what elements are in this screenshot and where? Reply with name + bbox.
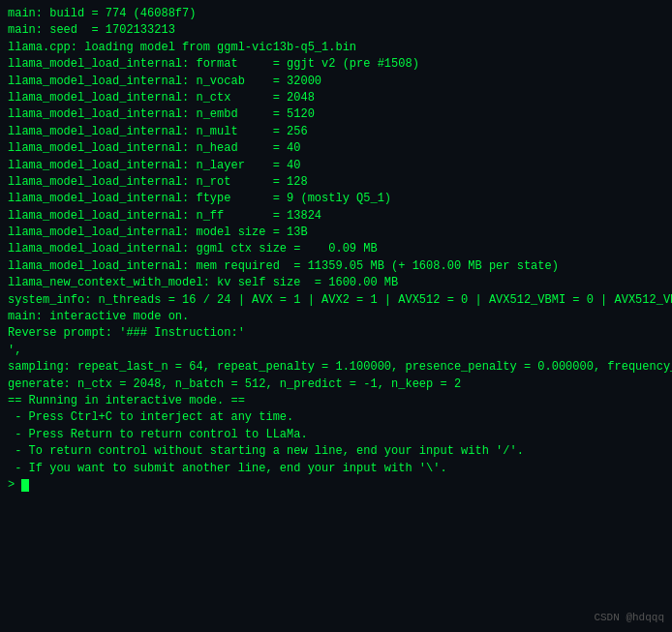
terminal-line: llama_model_load_internal: n_ff = 13824	[8, 208, 664, 225]
terminal-line: llama_model_load_internal: n_head = 40	[8, 140, 664, 157]
terminal-line: - To return control without starting a n…	[8, 443, 664, 460]
terminal-line: main: interactive mode on.	[8, 309, 664, 325]
terminal-output: main: build = 774 (46088f7)main: seed = …	[8, 6, 664, 477]
terminal-line: llama_model_load_internal: n_mult = 256	[8, 124, 664, 140]
terminal-line: llama_model_load_internal: n_vocab = 320…	[8, 74, 664, 90]
terminal-line: - If you want to submit another line, en…	[8, 461, 664, 477]
terminal-line: llama_model_load_internal: n_embd = 5120	[8, 106, 664, 123]
prompt-line[interactable]: >	[8, 477, 664, 494]
terminal-line: llama_model_load_internal: model size = …	[8, 225, 664, 241]
terminal-line: llama_model_load_internal: n_ctx = 2048	[8, 90, 664, 106]
terminal-line: llama_model_load_internal: n_rot = 128	[8, 174, 664, 191]
prompt-symbol: >	[8, 477, 21, 494]
watermark: CSDN @hdqqq	[594, 611, 664, 626]
terminal-line: llama_model_load_internal: format = ggjt…	[8, 56, 664, 73]
terminal-line: system_info: n_threads = 16 / 24 | AVX =…	[8, 292, 664, 309]
terminal-line: llama_model_load_internal: mem required …	[8, 258, 664, 275]
terminal-line: llama_model_load_internal: ftype = 9 (mo…	[8, 191, 664, 207]
terminal-line: llama_model_load_internal: ggml ctx size…	[8, 241, 664, 257]
terminal-line: llama_model_load_internal: n_layer = 40	[8, 158, 664, 174]
terminal-window: main: build = 774 (46088f7)main: seed = …	[0, 0, 672, 632]
terminal-line: generate: n_ctx = 2048, n_batch = 512, n…	[8, 376, 664, 393]
cursor	[21, 479, 29, 492]
terminal-line: llama_new_context_with_model: kv self si…	[8, 275, 664, 291]
terminal-line: main: seed = 1702133213	[8, 22, 664, 39]
terminal-line: main: build = 774 (46088f7)	[8, 6, 664, 22]
terminal-line: llama.cpp: loading model from ggml-vic13…	[8, 40, 664, 56]
terminal-line: - Press Ctrl+C to interject at any time.	[8, 409, 664, 426]
terminal-line: ',	[8, 343, 664, 359]
terminal-line: == Running in interactive mode. ==	[8, 393, 664, 409]
terminal-line: - Press Return to return control to LLaM…	[8, 427, 664, 443]
terminal-line: Reverse prompt: '### Instruction:'	[8, 325, 664, 342]
terminal-line: sampling: repeat_last_n = 64, repeat_pen…	[8, 359, 664, 376]
